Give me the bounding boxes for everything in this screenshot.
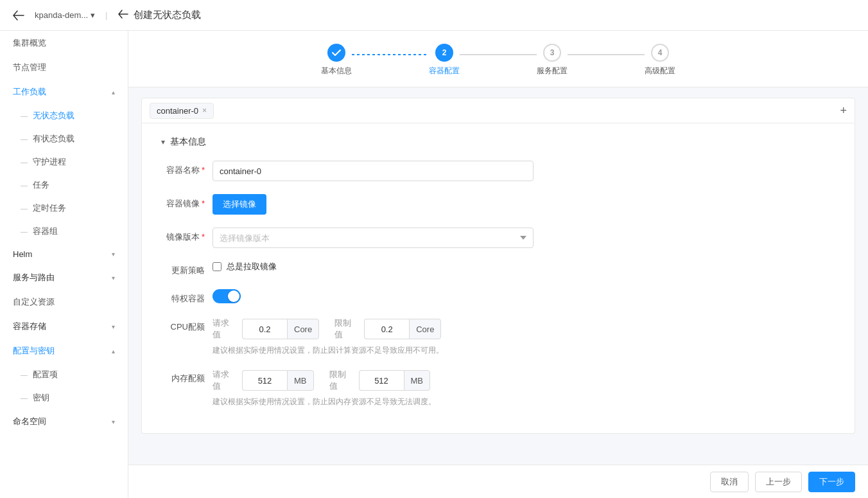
helm-chevron-icon: ▾: [112, 251, 115, 258]
steps-header: 基本信息 2 容器配置 3 服务配置: [128, 31, 868, 87]
step-4-label: 高级配置: [645, 66, 675, 76]
sidebar-item-config-item[interactable]: 配置项: [0, 363, 128, 386]
select-image-button[interactable]: 选择镜像: [213, 194, 266, 215]
sidebar-item-container-storage[interactable]: 容器存储 ▾: [0, 314, 128, 339]
collapse-icon: ▾: [161, 138, 165, 147]
cluster-chevron-icon: ▾: [91, 10, 95, 20]
cancel-button[interactable]: 取消: [710, 472, 749, 492]
cpu-label: CPU配额: [161, 317, 213, 333]
memory-resource-row: 请求值 MB 限制值 MB: [213, 369, 534, 392]
step-container-config: 2 容器配置: [429, 44, 460, 76]
sidebar-item-daemon[interactable]: 守护进程: [0, 150, 128, 173]
sidebar-item-helm[interactable]: Helm ▾: [0, 243, 128, 265]
cpu-limit-input[interactable]: [364, 319, 409, 339]
step-3-label: 服务配置: [537, 66, 568, 76]
update-strategy-label: 更新策略: [161, 261, 213, 276]
image-version-label: 镜像版本: [161, 227, 213, 243]
sidebar-item-namespace[interactable]: 命名空间 ▾: [0, 409, 128, 434]
memory-label: 内存配额: [161, 369, 213, 384]
sidebar-item-task[interactable]: 任务: [0, 173, 128, 197]
section-basic-info-title: 基本信息: [170, 136, 206, 148]
memory-request-input[interactable]: [242, 370, 287, 391]
cpu-request-input[interactable]: [242, 319, 287, 339]
cpu-resource-row: 请求值 Core 限制值 Core: [213, 317, 534, 341]
next-step-button[interactable]: 下一步: [808, 472, 855, 492]
sidebar-item-cluster-overview[interactable]: 集群概览: [0, 31, 128, 55]
step-2-label: 容器配置: [429, 66, 460, 76]
cpu-limit-input-group: Core: [364, 319, 441, 339]
prev-step-button[interactable]: 上一步: [755, 472, 802, 492]
form-row-container-image: 容器镜像 选择镜像: [161, 194, 835, 215]
container-tab-close-icon[interactable]: ×: [202, 106, 207, 115]
bottom-bar: 取消 上一步 下一步: [128, 465, 868, 498]
workload-chevron-icon: ▴: [112, 89, 115, 96]
always-pull-label: 总是拉取镜像: [227, 261, 277, 272]
container-tab-name: container-0: [157, 106, 198, 116]
section-basic-info-header[interactable]: ▾ 基本信息: [161, 136, 835, 148]
add-container-tab-button[interactable]: +: [840, 105, 847, 116]
step-1-circle: [327, 44, 345, 62]
step-3-circle: 3: [543, 44, 561, 62]
form-content: container-0 × + ▾ 基本信息 容器名称: [128, 87, 868, 465]
sidebar-item-node-management[interactable]: 节点管理: [0, 55, 128, 80]
top-divider: |: [105, 10, 107, 20]
container-name-input[interactable]: [213, 161, 534, 181]
container-name-label: 容器名称: [161, 161, 213, 176]
memory-request-input-group: MB: [242, 370, 314, 391]
sidebar-item-stateful[interactable]: 有状态负载: [0, 127, 128, 150]
step-connector-3-4: [568, 54, 645, 55]
cluster-back-button[interactable]: [13, 10, 24, 21]
page-header: 创建无状态负载: [118, 9, 201, 21]
container-name-control: [213, 161, 534, 181]
image-version-control: 选择镜像版本: [213, 227, 534, 248]
step-advanced-config: 4 高级配置: [645, 44, 675, 76]
cpu-control: 请求值 Core 限制值 Core 建议根据实际使用情况设置，防止因计: [213, 317, 534, 356]
sidebar-item-secret[interactable]: 密钥: [0, 386, 128, 409]
update-strategy-checkbox-row: 总是拉取镜像: [213, 261, 534, 272]
privileged-control: [213, 289, 534, 303]
cpu-request-tag: 请求值: [213, 317, 237, 341]
form-row-cpu: CPU配额 请求值 Core 限制值 Core: [161, 317, 835, 356]
cluster-name: kpanda-dem...: [35, 10, 88, 20]
update-strategy-control: 总是拉取镜像: [213, 261, 534, 272]
form-row-container-name: 容器名称: [161, 161, 835, 181]
always-pull-checkbox[interactable]: [213, 262, 221, 271]
step-connector-2-3: [460, 54, 537, 55]
privileged-label: 特权容器: [161, 289, 213, 305]
sidebar-item-cron-task[interactable]: 定时任务: [0, 197, 128, 220]
container-tab[interactable]: container-0 ×: [150, 103, 214, 119]
step-connector-1-2: [352, 54, 429, 55]
container-image-control: 选择镜像: [213, 194, 534, 215]
memory-request-tag: 请求值: [213, 369, 237, 392]
memory-request-unit: MB: [287, 370, 314, 391]
sidebar-item-service-route[interactable]: 服务与路由 ▾: [0, 265, 128, 290]
step-1-label: 基本信息: [321, 66, 352, 76]
form-row-privileged: 特权容器: [161, 289, 835, 305]
sidebar-item-container-group[interactable]: 容器组: [0, 220, 128, 243]
page-title-back-icon[interactable]: [118, 10, 128, 21]
memory-limit-input-group: MB: [359, 370, 431, 391]
container-image-label: 容器镜像: [161, 194, 213, 209]
memory-limit-tag: 限制值: [329, 369, 354, 392]
cluster-selector[interactable]: kpanda-dem... ▾: [35, 10, 95, 20]
cpu-request-unit: Core: [287, 319, 319, 339]
form-card: ▾ 基本信息 容器名称 容器镜像 选择镜像: [141, 123, 855, 434]
step-service-config: 3 服务配置: [537, 44, 568, 76]
step-2-circle: 2: [435, 44, 453, 62]
memory-hint: 建议根据实际使用情况设置，防止因内存资源不足导致无法调度。: [213, 396, 534, 407]
sidebar-item-workload[interactable]: 工作负载 ▴: [0, 80, 128, 104]
toggle-bg: [213, 289, 241, 303]
cpu-limit-tag: 限制值: [334, 317, 359, 341]
toggle-knob: [228, 290, 239, 302]
privileged-toggle[interactable]: [213, 289, 241, 303]
memory-limit-input[interactable]: [359, 370, 404, 391]
image-version-select[interactable]: 选择镜像版本: [213, 227, 534, 248]
form-row-update-strategy: 更新策略 总是拉取镜像: [161, 261, 835, 276]
form-row-image-version: 镜像版本 选择镜像版本: [161, 227, 835, 248]
sidebar-item-config-secret[interactable]: 配置与密钥 ▴: [0, 339, 128, 363]
config-secret-chevron-icon: ▴: [112, 348, 115, 355]
sidebar-item-custom-resource[interactable]: 自定义资源: [0, 290, 128, 314]
sidebar-item-stateless[interactable]: 无状态负载: [0, 104, 128, 127]
main-layout: 集群概览 节点管理 工作负载 ▴ 无状态负载 有状态负载 守护进程 任务 定时任…: [0, 31, 868, 498]
top-bar: kpanda-dem... ▾ | 创建无状态负载: [0, 0, 868, 31]
